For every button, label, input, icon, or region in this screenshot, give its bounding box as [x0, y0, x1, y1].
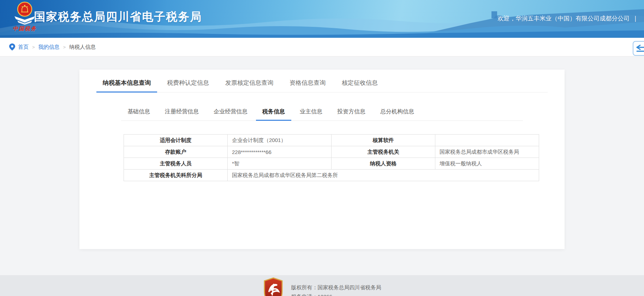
breadcrumb-current: 纳税人信息	[69, 44, 96, 51]
table-row: 主管税务人员 *智 纳税人资格 增值税一般纳税人	[124, 158, 539, 170]
main-area: 纳税基本信息查询 税费种认定信息 发票核定信息查询 资格信息查询 核定征收信息 …	[0, 70, 644, 275]
deposit-account-label: 存款账户	[124, 146, 228, 158]
breadcrumb-separator: >	[63, 45, 66, 50]
tab-registration-business-info[interactable]: 注册经营信息	[159, 106, 205, 121]
tab-investor-info[interactable]: 投资方信息	[331, 106, 372, 121]
breadcrumb-separator: >	[32, 45, 35, 50]
page-footer: 党政机关 版权所有：国家税务总局四川省税务局 服务电话：12366	[0, 275, 644, 296]
tab-head-branch-info[interactable]: 总分机构信息	[374, 106, 421, 121]
gov-shield-icon: 党政机关	[263, 277, 284, 296]
tax-info-table: 适用会计制度 企业会计制度（2001） 核算软件 存款账户 228*******…	[124, 134, 539, 181]
accounting-system-value: 企业会计制度（2001）	[228, 135, 332, 146]
taxpayer-info-card: 纳税基本信息查询 税费种认定信息 发票核定信息查询 资格信息查询 核定征收信息 …	[79, 70, 565, 249]
breadcrumb-home[interactable]: 首页	[18, 44, 29, 51]
tax-emblem-icon	[14, 1, 36, 25]
deposit-account-value: 228************66	[228, 146, 332, 158]
taxpayer-qualification-value: 增值税一般纳税人	[435, 158, 539, 170]
tab-tax-type-determination[interactable]: 税费种认定信息	[161, 75, 215, 93]
tax-branch-office-value: 国家税务总局成都市成华区税务局第二税务所	[228, 170, 539, 181]
tax-officer-value: *智	[228, 158, 332, 170]
service-phone-line: 服务电话：12366	[291, 292, 381, 296]
table-row: 主管税务机关科所分局 国家税务总局成都市成华区税务局第二税务所	[124, 170, 539, 181]
site-title: 国家税务总局四川省电子税务局	[34, 9, 202, 25]
return-arrow-icon	[636, 45, 644, 52]
tab-assessed-collection-info[interactable]: 核定征收信息	[335, 75, 384, 93]
breadcrumb-my-info[interactable]: 我的信息	[38, 44, 60, 51]
tab-invoice-verification-query[interactable]: 发票核定信息查询	[219, 75, 280, 93]
page: 中国税务 国家税务总局四川省电子税务局 欢迎，华润五丰米业（中国）有限公司成都分…	[0, 0, 644, 296]
table-row: 存款账户 228************66 主管税务机关 国家税务总局成都市成…	[124, 146, 539, 158]
tab-basic-info[interactable]: 基础信息	[121, 106, 156, 121]
tab-tax-info[interactable]: 税务信息	[256, 106, 291, 121]
tab-enterprise-business-info[interactable]: 企业经营信息	[207, 106, 254, 121]
table-row: 适用会计制度 企业会计制度（2001） 核算软件	[124, 135, 539, 146]
logo-calligraphy: 中国税务	[7, 25, 42, 32]
tax-authority-value: 国家税务总局成都市成华区税务局	[435, 146, 539, 158]
primary-tabs: 纳税基本信息查询 税费种认定信息 发票核定信息查询 资格信息查询 核定征收信息	[96, 75, 548, 93]
secondary-tabs: 基础信息 注册经营信息 企业经营信息 税务信息 业主信息 投资方信息 总分机构信…	[121, 106, 523, 121]
breadcrumb: 首页 > 我的信息 > 纳税人信息	[0, 38, 644, 57]
accounting-software-value	[435, 135, 539, 146]
tab-tax-basic-info-query[interactable]: 纳税基本信息查询	[96, 75, 157, 93]
accounting-system-label: 适用会计制度	[124, 135, 228, 146]
tab-qualification-info-query[interactable]: 资格信息查询	[283, 75, 332, 93]
tab-owner-info[interactable]: 业主信息	[293, 106, 329, 121]
accounting-software-label: 核算软件	[332, 135, 435, 146]
taxpayer-qualification-label: 纳税人资格	[332, 158, 435, 170]
welcome-divider: |	[634, 15, 636, 22]
app-header: 中国税务 国家税务总局四川省电子税务局 欢迎，华润五丰米业（中国）有限公司成都分…	[0, 0, 644, 38]
footer-text: 版权所有：国家税务总局四川省税务局 服务电话：12366	[291, 283, 381, 296]
back-button[interactable]	[633, 41, 644, 56]
welcome-text: 欢迎，华润五丰米业（中国）有限公司成都分公司	[497, 14, 630, 23]
tax-branch-office-label: 主管税务机关科所分局	[124, 170, 228, 181]
location-pin-icon	[9, 43, 15, 51]
tax-authority-label: 主管税务机关	[332, 146, 435, 158]
copyright-line: 版权所有：国家税务总局四川省税务局	[291, 283, 381, 292]
welcome-bar: 欢迎，华润五丰米业（中国）有限公司成都分公司 |	[497, 14, 636, 23]
tax-officer-label: 主管税务人员	[124, 158, 228, 170]
